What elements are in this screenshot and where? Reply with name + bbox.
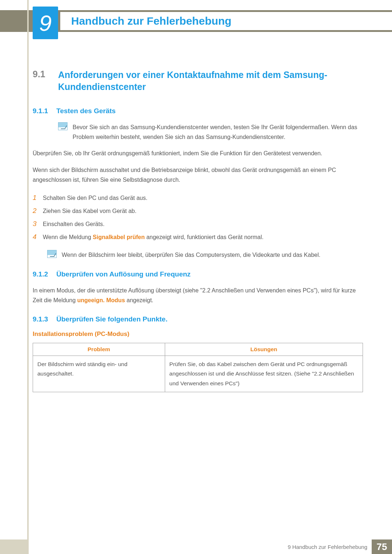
- table-header-problem: Problem: [33, 343, 165, 356]
- document-page: 9 Handbuch zur Fehlerbehebung 9.1 Anford…: [0, 0, 392, 554]
- step-text: Ziehen Sie das Kabel vom Gerät ab.: [43, 206, 136, 217]
- page-content: 9.1 Anforderungen vor einer Kontaktaufna…: [33, 69, 363, 402]
- subsection-title: Testen des Geräts: [56, 107, 115, 115]
- step-list: 1 Schalten Sie den PC und das Gerät aus.…: [33, 191, 363, 243]
- page-number: 75: [372, 539, 392, 554]
- step-text: Wenn die Meldung Signalkabel prüfen ange…: [43, 232, 264, 243]
- subsection-title: Überprüfen Sie folgenden Punkte.: [56, 315, 167, 323]
- note-block: Wenn der Bildschirm leer bleibt, überprü…: [47, 250, 363, 260]
- table-row: Der Bildschirm wird ständig ein- und aus…: [33, 356, 363, 392]
- chapter-number-tab: 9: [33, 7, 58, 39]
- subsection-9-1-1: 9.1.1 Testen des Geräts Bevor Sie sich a…: [58, 107, 363, 260]
- group-title: Installationsproblem (PC-Modus): [33, 331, 363, 338]
- note-text: Bevor Sie sich an das Samsung-Kundendien…: [73, 122, 363, 142]
- note-icon: [58, 122, 68, 130]
- step-number: 4: [33, 230, 43, 243]
- step-number: 1: [33, 191, 43, 204]
- note-block: Bevor Sie sich an das Samsung-Kundendien…: [58, 122, 363, 142]
- body-paragraph: Überprüfen Sie, ob Ihr Gerät ordnungsgem…: [33, 148, 363, 158]
- subsection-heading: 9.1.3 Überprüfen Sie folgenden Punkte.: [33, 315, 363, 323]
- step-item: 3 Einschalten des Geräts.: [33, 217, 363, 230]
- page-footer: 9 Handbuch zur Fehlerbehebung 75: [0, 539, 392, 554]
- step-text-post: angezeigt wird, funktioniert das Gerät n…: [145, 234, 264, 240]
- body-paragraph: In einem Modus, der die unterstützte Auf…: [33, 286, 363, 305]
- section-title: Anforderungen vor einer Kontaktaufnahme …: [58, 69, 363, 93]
- body-paragraph: Wenn sich der Bildschirm ausschaltet und…: [33, 165, 363, 185]
- footer-rail: [0, 539, 29, 554]
- note-text: Wenn der Bildschirm leer bleibt, überprü…: [62, 250, 320, 260]
- step-item: 2 Ziehen Sie das Kabel vom Gerät ab.: [33, 204, 363, 217]
- step-text: Schalten Sie den PC und das Gerät aus.: [43, 193, 147, 204]
- paragraph-highlight: ungeeign. Modus: [77, 297, 125, 303]
- subsection-number: 9.1.2: [33, 270, 54, 278]
- note-icon: [47, 250, 57, 258]
- troubleshoot-table: Problem Lösungen Der Bildschirm wird stä…: [33, 343, 363, 392]
- footer-chapter-label: 9 Handbuch zur Fehlerbehebung: [288, 539, 372, 554]
- table-header-row: Problem Lösungen: [33, 343, 363, 356]
- subsection-number: 9.1.3: [33, 315, 54, 323]
- step-number: 3: [33, 217, 43, 230]
- footer-spacer: [29, 539, 288, 554]
- subsection-heading: 9.1.1 Testen des Geräts: [33, 107, 363, 115]
- step-text-pre: Wenn die Meldung: [43, 234, 93, 240]
- step-number: 2: [33, 204, 43, 217]
- chapter-title: Handbuch zur Fehlerbehebung: [71, 15, 232, 27]
- section-heading: 9.1 Anforderungen vor einer Kontaktaufna…: [33, 69, 363, 93]
- step-item: 4 Wenn die Meldung Signalkabel prüfen an…: [33, 230, 363, 243]
- subsection-number: 9.1.1: [33, 107, 54, 115]
- left-margin-rail: [27, 0, 29, 539]
- subsection-title: Überprüfen von Auflösung und Frequenz: [56, 270, 191, 278]
- table-cell-problem: Der Bildschirm wird ständig ein- und aus…: [33, 356, 165, 392]
- chapter-title-bar: Handbuch zur Fehlerbehebung: [60, 12, 392, 30]
- section-number: 9.1: [33, 69, 58, 79]
- step-text: Einschalten des Geräts.: [43, 219, 105, 230]
- table-header-solution: Lösungen: [165, 343, 363, 356]
- step-item: 1 Schalten Sie den PC und das Gerät aus.: [33, 191, 363, 204]
- step-highlight: Signalkabel prüfen: [93, 234, 145, 240]
- subsection-9-1-2: 9.1.2 Überprüfen von Auflösung und Frequ…: [58, 270, 363, 305]
- subsection-heading: 9.1.2 Überprüfen von Auflösung und Frequ…: [33, 270, 363, 278]
- subsection-9-1-3: 9.1.3 Überprüfen Sie folgenden Punkte. I…: [58, 315, 363, 392]
- table-cell-solution: Prüfen Sie, ob das Kabel zwischen dem Ge…: [165, 356, 363, 392]
- paragraph-post: angezeigt.: [125, 297, 153, 303]
